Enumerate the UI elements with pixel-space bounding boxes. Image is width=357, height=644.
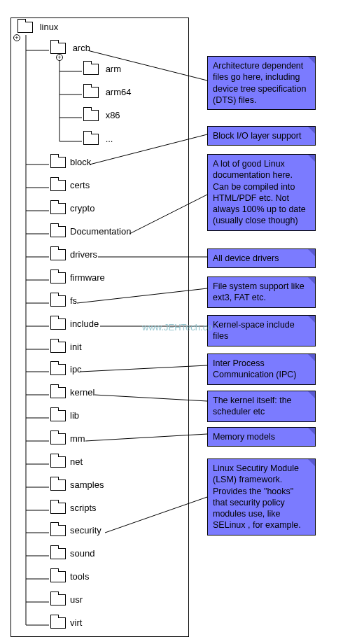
- folder-icon: [50, 456, 66, 468]
- folder-label: arch: [73, 43, 90, 53]
- folder-label: firmware: [70, 272, 105, 283]
- folder-scripts: scripts: [50, 502, 97, 514]
- folder-linux: linux: [18, 21, 58, 33]
- folder-include: include: [50, 318, 99, 330]
- note-text: Kernel-space include files: [213, 320, 295, 341]
- folder-label: tools: [70, 571, 89, 582]
- folder-init: init: [50, 341, 82, 353]
- folder-icon: [50, 203, 66, 214]
- note-mm: Memory models: [207, 427, 316, 447]
- note-text: File system support like ext3, FAT etc.: [213, 281, 304, 302]
- folder-crypto: crypto: [50, 202, 94, 214]
- folder-label: security: [70, 525, 102, 536]
- folder-icon: [50, 295, 66, 307]
- folder-label: x86: [106, 110, 120, 120]
- folder-firmware: firmware: [50, 272, 105, 284]
- folder-icon: [50, 364, 66, 375]
- folder-label: include: [70, 318, 99, 329]
- folder-security: security: [50, 524, 102, 536]
- folder-tools: tools: [50, 570, 89, 582]
- folder-label: scripts: [70, 503, 97, 513]
- folder-icon: [18, 22, 33, 33]
- folder-arm: arm: [83, 63, 121, 75]
- folder-label: arm: [106, 64, 121, 74]
- folder-label: block: [70, 157, 91, 167]
- folder-icon: [50, 387, 66, 398]
- folder-icon: [50, 503, 66, 514]
- folder-usr: usr: [50, 594, 83, 606]
- note-text: Memory models: [213, 432, 275, 442]
- folder-label: crypto: [70, 203, 94, 214]
- folder-label: Documentation: [70, 226, 131, 237]
- note-arch: Architecture dependent files go here, in…: [207, 56, 316, 110]
- note-text: Linux Secutiry Module (LSM) framework. P…: [213, 463, 301, 530]
- diagram-container: + + linux arch arm arm64 x86 ... block c…: [0, 0, 357, 644]
- note-ipc: Inter Process Communication (IPC): [207, 354, 316, 385]
- folder-virt: virt: [50, 617, 82, 629]
- folder-icon: [50, 479, 66, 491]
- folder-kernel: kernel: [50, 386, 94, 398]
- folder-label: arm64: [106, 87, 132, 97]
- folder-drivers: drivers: [50, 248, 97, 260]
- folder-icon: [50, 525, 66, 536]
- folder-arch: arch: [50, 42, 90, 54]
- folder-icon: [50, 318, 66, 330]
- folder-mm: mm: [50, 433, 85, 444]
- folder-fs: fs: [50, 295, 77, 307]
- folder-label: net: [70, 456, 83, 467]
- folder-icon: [50, 180, 66, 191]
- folder-label: samples: [70, 479, 104, 490]
- folder-x86: x86: [83, 109, 120, 121]
- expand-icon: +: [56, 54, 63, 61]
- folder-label: sound: [70, 548, 94, 559]
- folder-icon: [50, 342, 66, 353]
- folder-icon: [83, 110, 99, 121]
- folder-icon: [50, 594, 66, 606]
- folder-ipc: ipc: [50, 363, 82, 375]
- folder-lib: lib: [50, 410, 79, 421]
- note-text: Architecture dependent files go here, in…: [213, 61, 306, 105]
- folder-icon: [50, 226, 66, 237]
- note-fs: File system support like ext3, FAT etc.: [207, 276, 316, 308]
- note-security: Linux Secutiry Module (LSM) framework. P…: [207, 458, 316, 536]
- folder-icon: [50, 548, 66, 559]
- folder-icon: [50, 571, 66, 582]
- folder-icon: [50, 249, 66, 260]
- note-text: Inter Process Communication (IPC): [213, 358, 296, 379]
- folder-label: mm: [70, 433, 85, 444]
- folder-icon: [50, 43, 66, 54]
- folder-sound: sound: [50, 547, 94, 559]
- folder-label: linux: [40, 22, 59, 32]
- folder-label: virt: [70, 617, 82, 628]
- folder-label: kernel: [70, 387, 94, 398]
- folder-arm64: arm64: [83, 86, 131, 98]
- watermark-text: www.JEHTech.co: [142, 322, 212, 332]
- folder-block: block: [50, 156, 91, 168]
- folder-more: ...: [83, 133, 113, 145]
- folder-certs: certs: [50, 179, 90, 191]
- folder-icon: [50, 272, 66, 284]
- folder-samples: samples: [50, 479, 104, 491]
- note-drivers: All device drivers: [207, 248, 316, 268]
- note-text: A lot of good Linux documentation here. …: [213, 159, 306, 225]
- folder-icon: [83, 87, 99, 98]
- folder-icon: [50, 433, 66, 444]
- folder-label: drivers: [70, 249, 97, 260]
- note-text: All device drivers: [213, 253, 279, 263]
- folder-icon: [83, 134, 99, 145]
- folder-label: certs: [70, 180, 90, 190]
- folder-label: lib: [70, 410, 79, 421]
- folder-icon: [50, 157, 66, 168]
- note-block: Block I/O layer support: [207, 126, 316, 146]
- folder-label: usr: [70, 594, 83, 605]
- folder-label: ipc: [70, 364, 82, 374]
- folder-label: ...: [106, 134, 113, 144]
- note-include: Kernel-space include files: [207, 315, 316, 346]
- folder-documentation: Documentation: [50, 225, 131, 237]
- folder-label: init: [70, 342, 82, 352]
- folder-icon: [50, 617, 66, 629]
- note-text: The kernel itself: the scheduler etc: [213, 396, 292, 416]
- folder-icon: [50, 410, 66, 421]
- note-text: Block I/O layer support: [213, 131, 301, 141]
- folder-icon: [83, 64, 99, 75]
